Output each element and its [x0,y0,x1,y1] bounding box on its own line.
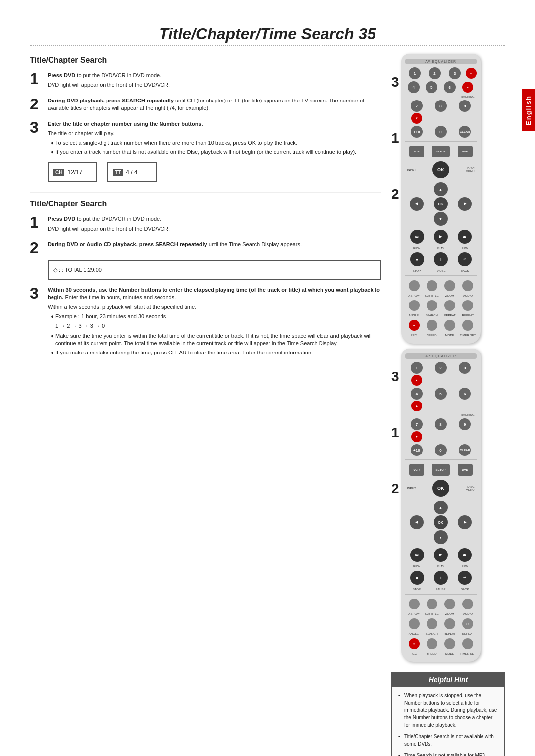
remote1-nav-left[interactable]: ◀ [410,197,424,211]
remote2-btn4[interactable]: 4 [411,388,423,400]
remote1-btn1[interactable]: 1 [409,67,421,79]
step3-text2: The title or chapter will play. [48,130,381,137]
remote2-audio[interactable] [462,599,473,609]
remote2-repeat2[interactable]: +4 [462,618,473,629]
remote2-up-btn[interactable]: ▲ [411,375,422,386]
remote1-zoom[interactable] [444,280,455,291]
remote1-btn5[interactable]: 5 [426,81,437,93]
remote2-timerset[interactable] [462,638,473,649]
step3-bullet1: To select a single-digit track number wh… [55,139,381,147]
remote1-angle[interactable] [409,300,420,311]
remote1-btn9[interactable]: 9 [459,100,471,112]
tracking-label1: TRACKING [405,95,475,98]
remote2-zoom[interactable] [444,599,455,609]
remote1-stop[interactable]: ■ [410,252,424,266]
remote2-nav-left[interactable]: ◀ [410,515,424,529]
remote1-btn4[interactable]: 4 [408,81,420,93]
remote2-num3: 3 [391,370,399,384]
remote1-btn0[interactable]: 0 [435,126,447,138]
remote1-display[interactable] [409,280,420,291]
s2-step3-number: 3 [30,285,42,358]
remote1-btn10[interactable]: +10 [411,126,423,138]
step3-bullets: To select a single-digit track number wh… [55,139,381,156]
remote1-dvd[interactable]: DVD [458,146,473,157]
remote1-speed[interactable] [427,320,437,331]
remote2-nav-ok[interactable]: OK [434,515,448,529]
step2-bold: During DVD playback, press SEARCH repeat… [48,98,174,103]
remote2-rew[interactable]: ⏮ [410,548,424,562]
remote2-btn2[interactable]: 2 [435,362,447,374]
remote2-clear[interactable]: CLEAR [459,444,471,456]
remote1-clear[interactable]: CLEAR [459,126,471,138]
remote1-repeat2[interactable] [462,300,473,311]
remote2-setup[interactable]: SETUP [432,464,450,476]
dotted-divider [30,45,505,46]
remote1-search[interactable] [427,300,437,311]
disc-label: DISCMENU [466,167,475,173]
remote1-ok[interactable]: OK [432,161,449,178]
remote2-nav-down[interactable]: ▼ [434,530,448,544]
remote2-btn7[interactable]: 7 [411,418,423,430]
remote1-btn7[interactable]: 7 [411,100,423,112]
left-content: Title/Chapter Search 1 Press DVD to put … [30,54,381,756]
remote1-repeat[interactable] [444,300,455,311]
remote2-dvd[interactable]: DVD [458,464,473,476]
remote1-mode[interactable] [444,320,455,331]
remote2-ok[interactable]: OK [432,480,449,497]
remote2-mode[interactable] [444,638,455,649]
remote1-nav-up[interactable]: ▲ [434,182,448,196]
remote2-search[interactable] [427,618,437,629]
remote1-tracking-up[interactable]: ▲ [462,82,473,93]
remote1-rec[interactable]: ● [409,320,420,331]
remote1-tracking-down[interactable]: ▼ [411,113,422,124]
remote2-btn10[interactable]: +10 [411,444,423,456]
remote1-pause[interactable]: ⏸ [434,252,448,266]
remote1-subtitle[interactable] [427,280,437,291]
remote2-ffw[interactable]: ⏭ [458,548,472,562]
remote2-repeat[interactable] [444,618,455,629]
remote2-tracking-up[interactable]: ▲ [411,401,422,411]
remote2-back[interactable]: ↩ [458,571,472,585]
remote1-bot2-labels: ANGLE SEARCH REPEAT REPEAT [405,314,477,317]
s2-step1-content: Press DVD to put the DVD/VCR in DVD mode… [48,214,381,235]
remote1-back[interactable]: ↩ [458,252,472,266]
remote1-btn8[interactable]: 8 [435,100,447,112]
remote1-up-btn[interactable]: ▲ [466,68,477,79]
section1-heading: Title/Chapter Search [30,56,381,65]
remote1-nav-right[interactable]: ▶ [458,197,472,211]
remote2-btn6[interactable]: 6 [459,388,471,400]
remote2-btn5[interactable]: 5 [435,388,447,400]
tt-value: 4 / 4 [126,169,137,176]
remote2-subtitle[interactable] [427,599,437,609]
remote1-btn3[interactable]: 3 [449,67,461,79]
remote1-setup[interactable]: SETUP [432,146,450,157]
remote2-display[interactable] [409,599,420,609]
remote2-btn0[interactable]: 0 [435,444,447,456]
remote1-audio[interactable] [462,280,473,291]
remote2-btn1[interactable]: 1 [411,362,423,374]
divider4 [405,594,477,595]
remote1-ffw[interactable]: ⏭ [458,230,472,244]
remote1-nav-down[interactable]: ▼ [434,212,448,226]
remote2-btn9[interactable]: 9 [459,418,471,430]
remote1-timerset[interactable] [462,320,473,331]
remote1-nav-ok[interactable]: OK [434,197,448,211]
remote2-nav-right[interactable]: ▶ [458,515,472,529]
remote1-rew[interactable]: ⏮ [410,230,424,244]
remote2-stop[interactable]: ■ [410,571,424,585]
remote1-vcr[interactable]: VCR [409,146,424,157]
remote2-nav-up[interactable]: ▲ [434,501,448,514]
remote1-btn6[interactable]: 6 [444,81,456,93]
remote2-angle[interactable] [409,618,420,629]
remote2-speed[interactable] [427,638,437,649]
remote2-rec[interactable]: ● [409,638,420,649]
remote2-btn3[interactable]: 3 [459,362,471,374]
remote2-pause[interactable]: ⏸ [434,571,448,585]
remote2-tracking-down[interactable]: ▼ [411,431,422,442]
remote2-vcr[interactable]: VCR [409,464,424,476]
remote2-btn8[interactable]: 8 [435,418,447,430]
remote2-play[interactable]: ▶ [434,548,448,562]
remote1-btn2[interactable]: 2 [429,67,441,79]
step1-number: 1 [30,71,42,91]
remote1-play[interactable]: ▶ [434,230,448,244]
